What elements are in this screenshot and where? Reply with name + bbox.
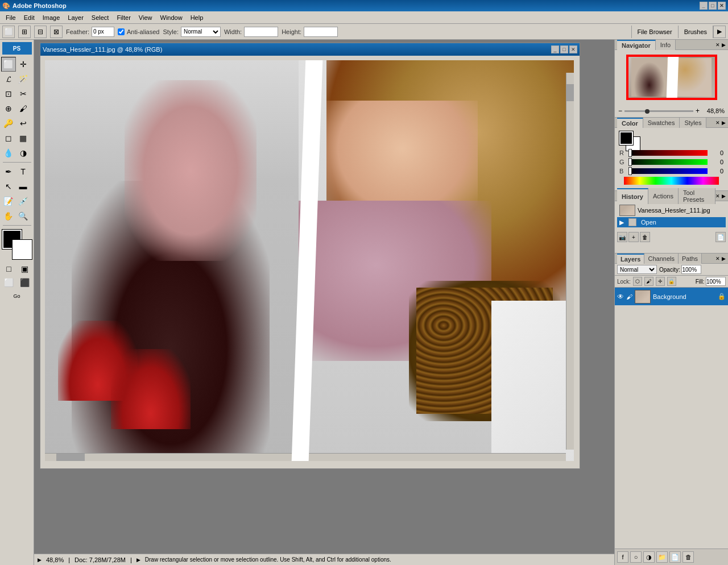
path-selection-tool[interactable]: ↖ — [1, 179, 16, 194]
doc-minimize-btn[interactable]: _ — [551, 45, 559, 53]
layer-style-btn[interactable]: f — [617, 551, 628, 563]
tab-info[interactable]: Info — [656, 40, 676, 50]
layer-delete-btn[interactable]: 🗑 — [682, 551, 694, 563]
blend-mode-select[interactable]: Normal — [617, 265, 657, 274]
eraser-tool[interactable]: ◻ — [1, 131, 16, 146]
navigator-view-box[interactable] — [627, 56, 716, 99]
new-selection-btn[interactable]: ⬜ — [2, 26, 15, 38]
tab-color[interactable]: Color — [617, 118, 643, 128]
zoom-tool[interactable]: 🔍 — [16, 209, 31, 223]
zoom-out-icon[interactable]: − — [618, 107, 622, 115]
blur-tool[interactable]: 💧 — [1, 146, 16, 160]
file-browser-button[interactable]: File Browser — [632, 26, 679, 38]
menu-select[interactable]: Select — [88, 13, 113, 22]
layer-group-btn[interactable]: 📁 — [656, 551, 668, 563]
history-delete-btn[interactable]: 🗑 — [640, 232, 650, 242]
tab-history[interactable]: History — [617, 188, 648, 204]
layer-visibility-icon[interactable]: 👁 — [617, 293, 624, 301]
zoom-in-icon[interactable]: + — [696, 107, 700, 115]
history-menu-icon[interactable]: ▶ — [722, 193, 726, 199]
subtract-selection-btn[interactable]: ⊟ — [34, 26, 47, 38]
shape-tool[interactable]: ▬ — [16, 179, 31, 194]
width-input[interactable] — [244, 27, 278, 37]
lock-image-btn[interactable]: 🖌 — [644, 277, 653, 286]
pen-tool[interactable]: ✒ — [1, 164, 16, 179]
navigator-close-icon[interactable]: ✕ — [715, 42, 720, 48]
background-color[interactable] — [13, 240, 32, 259]
brushes-button[interactable]: Brushes — [679, 26, 713, 38]
zoom-slider-thumb[interactable] — [645, 109, 650, 114]
hand-tool[interactable]: ✋ — [1, 209, 16, 223]
tab-styles[interactable]: Styles — [680, 118, 706, 128]
zoom-slider[interactable] — [624, 110, 693, 112]
screen-mode-full-menu[interactable]: ⬛ — [19, 276, 31, 289]
intersect-selection-btn[interactable]: ⊠ — [50, 26, 63, 38]
menu-image[interactable]: Image — [39, 13, 64, 22]
doc-close-btn[interactable]: ✕ — [569, 45, 577, 53]
move-tool[interactable]: ✛ — [16, 57, 31, 72]
maximize-button[interactable]: □ — [709, 2, 717, 10]
options-expand-icon[interactable]: ▶ — [713, 26, 726, 38]
green-slider[interactable] — [628, 159, 708, 165]
eyedropper-tool[interactable]: 💉 — [16, 194, 31, 209]
history-close-icon[interactable]: ✕ — [715, 193, 720, 199]
menu-layer[interactable]: Layer — [64, 13, 87, 22]
minimize-button[interactable]: _ — [700, 2, 708, 10]
style-select[interactable]: Normal — [181, 27, 221, 37]
color-spectrum[interactable] — [624, 177, 719, 185]
marquee-tool[interactable]: ⬜ — [1, 57, 16, 72]
add-selection-btn[interactable]: ⊞ — [18, 26, 31, 38]
menu-filter[interactable]: Filter — [113, 13, 134, 22]
screen-mode-std[interactable]: ⬜ — [3, 276, 15, 289]
doc-window-buttons[interactable]: _ □ ✕ — [551, 45, 577, 53]
menu-view[interactable]: View — [135, 13, 156, 22]
quickmask-mode-btn[interactable]: ▣ — [19, 263, 31, 275]
tab-swatches[interactable]: Swatches — [643, 118, 680, 128]
lasso-tool[interactable]: 𝓛 — [1, 72, 16, 86]
layers-close-icon[interactable]: ✕ — [715, 256, 720, 261]
document-window[interactable]: Vanessa_Hessler_111.jpg @ 48,8% (RGB) _ … — [40, 43, 580, 469]
dodge-tool[interactable]: ◑ — [16, 146, 31, 160]
slice-tool[interactable]: ✂ — [16, 86, 31, 101]
tab-navigator[interactable]: Navigator — [617, 40, 656, 50]
panel-foreground-color[interactable] — [619, 131, 633, 145]
notes-tool[interactable]: 📝 — [1, 194, 16, 209]
blue-slider[interactable] — [628, 168, 708, 174]
canvas-scrollbar-vertical[interactable] — [566, 73, 574, 450]
healing-brush-tool[interactable]: ⊕ — [1, 101, 16, 116]
tab-actions[interactable]: Actions — [648, 188, 679, 204]
feather-input[interactable] — [92, 27, 114, 37]
crop-tool[interactable]: ⊡ — [1, 86, 16, 101]
standard-mode-btn[interactable]: □ — [3, 263, 15, 275]
scroll-thumb-v[interactable] — [566, 84, 574, 101]
tab-tool-presets[interactable]: Tool Presets — [679, 188, 715, 204]
gradient-tool[interactable]: ▦ — [16, 131, 31, 146]
red-slider-thumb[interactable] — [628, 149, 632, 157]
tab-channels[interactable]: Channels — [644, 254, 678, 264]
background-layer-row[interactable]: 👁 🖌 Background 🔒 — [615, 288, 728, 306]
menu-file[interactable]: File — [2, 13, 19, 22]
history-create-doc-btn[interactable]: 📄 — [715, 232, 726, 242]
history-snapshot-btn[interactable]: 📷 — [617, 232, 627, 242]
anti-aliased-checkbox[interactable] — [118, 28, 125, 35]
close-button[interactable]: ✕ — [718, 2, 726, 10]
green-slider-thumb[interactable] — [628, 158, 632, 166]
history-brush-tool[interactable]: ↩ — [16, 116, 31, 131]
navigator-menu-icon[interactable]: ▶ — [722, 42, 726, 48]
canvas-area[interactable]: Vanessa_Hessler_111.jpg @ 48,8% (RGB) _ … — [34, 40, 614, 565]
lock-position-btn[interactable]: ✛ — [656, 277, 665, 286]
layer-adjustment-btn[interactable]: ◑ — [643, 551, 655, 563]
history-new-btn[interactable]: + — [628, 232, 639, 242]
lock-transparent-btn[interactable]: ⬡ — [633, 277, 642, 286]
menu-window[interactable]: Window — [157, 13, 186, 22]
brush-tool[interactable]: 🖌 — [16, 101, 31, 116]
layer-new-btn[interactable]: 📄 — [669, 551, 681, 563]
height-input[interactable] — [304, 27, 338, 37]
color-close-icon[interactable]: ✕ — [715, 120, 720, 126]
history-open-item[interactable]: ▶ Open — [617, 217, 726, 227]
text-tool[interactable]: T — [16, 164, 31, 179]
color-boxes[interactable] — [2, 230, 32, 259]
menu-help[interactable]: Help — [187, 13, 207, 22]
tab-layers[interactable]: Layers — [617, 254, 644, 264]
menu-edit[interactable]: Edit — [20, 13, 38, 22]
